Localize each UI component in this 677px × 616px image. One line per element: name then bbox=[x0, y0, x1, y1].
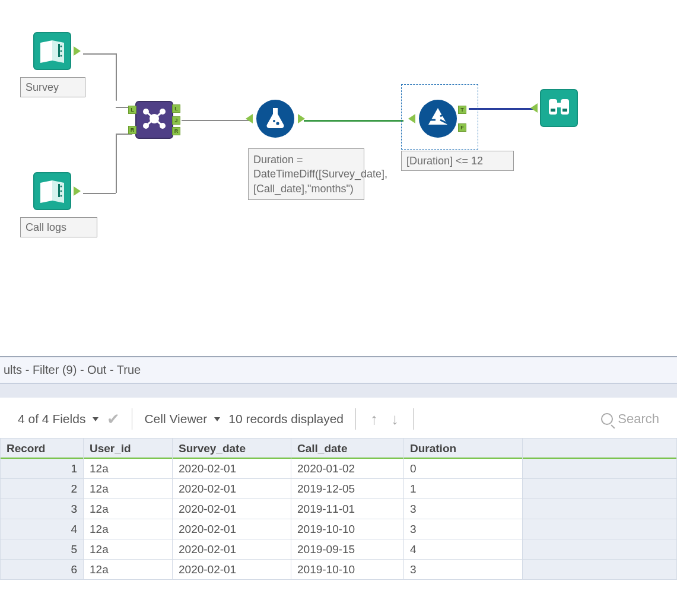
caret-down-icon bbox=[214, 417, 220, 421]
cell-survey: 2020-02-01 bbox=[173, 459, 291, 479]
cell-user: 12a bbox=[84, 560, 173, 580]
table-header-row: Record User_id Survey_date Call_date Dur… bbox=[1, 439, 677, 459]
flask-icon bbox=[263, 106, 287, 132]
input-port-icon[interactable] bbox=[408, 114, 415, 123]
join-anchor-R-out[interactable]: R bbox=[172, 127, 180, 135]
input-tool-calllogs[interactable] bbox=[33, 172, 71, 210]
cell-dur: 1 bbox=[404, 479, 523, 499]
cell-dur: 0 bbox=[404, 459, 523, 479]
filter-tool[interactable]: T F bbox=[419, 100, 457, 138]
cell-survey: 2020-02-01 bbox=[173, 560, 291, 580]
table-row[interactable]: 112a2020-02-012020-01-020 bbox=[1, 459, 677, 479]
cell-record: 3 bbox=[1, 499, 84, 519]
svg-point-18 bbox=[276, 122, 279, 125]
cell-user: 12a bbox=[84, 459, 173, 479]
cell-record: 2 bbox=[1, 479, 84, 499]
svg-rect-26 bbox=[551, 109, 555, 112]
output-port-icon[interactable] bbox=[298, 114, 305, 123]
join-icon bbox=[141, 105, 168, 135]
checkmark-icon[interactable]: ✔ bbox=[107, 410, 120, 428]
formula-annotation: Duration = DateTimeDiff([Survey_date],[C… bbox=[248, 148, 364, 200]
filter-anchor-T[interactable]: T bbox=[458, 106, 466, 114]
separator bbox=[413, 408, 414, 430]
wire bbox=[116, 53, 117, 101]
join-anchor-R-in[interactable]: R bbox=[128, 126, 136, 134]
formula-tool[interactable] bbox=[256, 100, 294, 138]
join-tool[interactable]: L R L J R bbox=[135, 101, 173, 139]
cell-call: 2019-11-01 bbox=[291, 499, 404, 519]
cell-dur: 3 bbox=[404, 560, 523, 580]
cell-filler bbox=[523, 459, 677, 479]
cell-filler bbox=[523, 560, 677, 580]
wire bbox=[304, 120, 403, 122]
search-box[interactable]: Search bbox=[601, 411, 659, 427]
cellviewer-dropdown[interactable]: Cell Viewer bbox=[144, 412, 220, 426]
table-row[interactable]: 512a2020-02-012019-09-154 bbox=[1, 539, 677, 560]
input-book-icon bbox=[38, 179, 66, 203]
svg-point-17 bbox=[273, 120, 275, 122]
cell-call: 2019-10-10 bbox=[291, 519, 404, 539]
join-anchor-J-out[interactable]: J bbox=[172, 116, 180, 125]
cell-dur: 4 bbox=[404, 539, 523, 560]
wire bbox=[116, 134, 117, 193]
workflow-canvas[interactable]: Survey Call logs L R L J R bbox=[0, 0, 677, 356]
cell-user: 12a bbox=[84, 539, 173, 560]
svg-line-21 bbox=[440, 112, 450, 116]
cellviewer-label: Cell Viewer bbox=[144, 412, 207, 426]
col-record[interactable]: Record bbox=[1, 439, 84, 459]
fields-dropdown[interactable]: 4 of 4 Fields bbox=[18, 412, 98, 426]
cell-record: 4 bbox=[1, 519, 84, 539]
svg-rect-24 bbox=[561, 99, 569, 115]
col-user[interactable]: User_id bbox=[84, 439, 173, 459]
separator bbox=[355, 408, 356, 430]
cell-survey: 2020-02-01 bbox=[173, 539, 291, 560]
join-anchor-L-out[interactable]: L bbox=[172, 104, 180, 113]
filter-anchor-F[interactable]: F bbox=[458, 123, 466, 132]
col-survey[interactable]: Survey_date bbox=[173, 439, 291, 459]
svg-rect-4 bbox=[58, 184, 60, 197]
cell-user: 12a bbox=[84, 479, 173, 499]
col-dur[interactable]: Duration bbox=[404, 439, 523, 459]
col-filler bbox=[523, 439, 677, 459]
table-row[interactable]: 612a2020-02-012019-10-103 bbox=[1, 560, 677, 580]
table-row[interactable]: 412a2020-02-012019-10-103 bbox=[1, 519, 677, 539]
cell-survey: 2020-02-01 bbox=[173, 519, 291, 539]
svg-point-2 bbox=[61, 50, 62, 52]
svg-rect-25 bbox=[556, 103, 562, 107]
cell-call: 2019-10-10 bbox=[291, 560, 404, 580]
cell-user: 12a bbox=[84, 499, 173, 519]
svg-point-5 bbox=[61, 186, 62, 188]
wire bbox=[83, 53, 116, 55]
separator bbox=[132, 408, 132, 430]
down-button[interactable]: ↓ bbox=[389, 410, 401, 428]
wire bbox=[182, 120, 249, 121]
cell-dur: 3 bbox=[404, 499, 523, 519]
browse-tool[interactable] bbox=[540, 89, 578, 127]
cell-survey: 2020-02-01 bbox=[173, 479, 291, 499]
wire bbox=[469, 108, 535, 110]
cell-filler bbox=[523, 519, 677, 539]
table-row[interactable]: 312a2020-02-012019-11-013 bbox=[1, 499, 677, 519]
svg-point-7 bbox=[61, 195, 62, 197]
binoculars-icon bbox=[545, 93, 573, 123]
results-table[interactable]: Record User_id Survey_date Call_date Dur… bbox=[0, 438, 677, 580]
prism-icon bbox=[425, 104, 451, 133]
col-call[interactable]: Call_date bbox=[291, 439, 404, 459]
table-row[interactable]: 212a2020-02-012019-12-051 bbox=[1, 479, 677, 499]
up-button[interactable]: ↑ bbox=[368, 410, 380, 428]
cell-record: 5 bbox=[1, 539, 84, 560]
results-toolbar: 4 of 4 Fields ✔ Cell Viewer 10 records d… bbox=[0, 398, 677, 438]
svg-rect-0 bbox=[58, 44, 60, 57]
input-port-icon[interactable] bbox=[530, 103, 538, 113]
filter-annotation: [Duration] <= 12 bbox=[401, 151, 514, 171]
join-anchor-L-in[interactable]: L bbox=[128, 106, 136, 114]
output-port-icon[interactable] bbox=[74, 186, 81, 196]
node-label-survey: Survey bbox=[20, 77, 85, 97]
output-port-icon[interactable] bbox=[74, 46, 81, 56]
svg-point-3 bbox=[61, 55, 62, 57]
results-panel: ults - Filter (9) - Out - True 4 of 4 Fi… bbox=[0, 356, 677, 580]
search-icon bbox=[601, 413, 613, 425]
input-port-icon[interactable] bbox=[246, 114, 253, 123]
cell-filler bbox=[523, 539, 677, 560]
input-tool-survey[interactable] bbox=[33, 32, 71, 70]
